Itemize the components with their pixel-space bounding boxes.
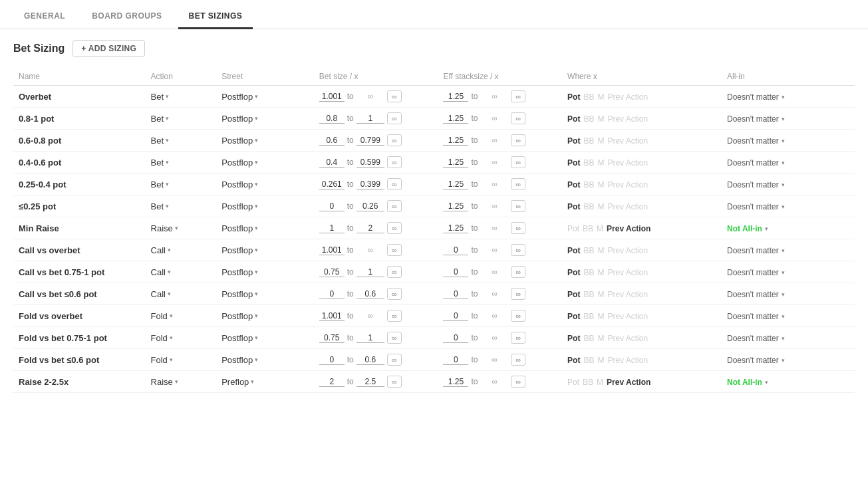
allin-dropdown[interactable]: Doesn't matter ▾ [727,334,785,343]
dropdown-call[interactable]: Call ▾ [151,245,171,255]
infinity-badge[interactable]: ∞ [387,200,402,212]
infinity-badge[interactable]: ∞ [511,310,525,322]
add-sizing-button[interactable]: + ADD SIZING [72,40,145,57]
cell-action[interactable]: Raise ▾ [146,217,217,239]
infinity-badge[interactable]: ∞ [511,222,525,234]
dropdown-postflop[interactable]: Postflop ▾ [221,333,258,343]
wx-m[interactable]: M [597,158,604,168]
dropdown-call[interactable]: Call ▾ [151,289,171,299]
wx-bb[interactable]: BB [583,246,594,255]
allin-dropdown[interactable]: Doesn't matter ▾ [727,158,785,168]
infinity-badge[interactable]: ∞ [387,156,402,168]
wx-prevaction[interactable]: Prev Action [607,268,648,277]
dropdown-fold[interactable]: Fold ▾ [151,355,173,365]
wx-pot[interactable]: Pot [567,356,580,365]
infinity-badge[interactable]: ∞ [511,288,525,300]
wx-m[interactable]: M [597,268,604,277]
wx-bb[interactable]: BB [583,334,594,343]
dropdown-postflop[interactable]: Postflop ▾ [221,245,258,255]
allin-dropdown[interactable]: Not All-in ▾ [727,378,768,387]
wx-pot[interactable]: Pot [567,114,580,124]
cell-action[interactable]: Bet ▾ [146,86,217,108]
infinity-badge[interactable]: ∞ [511,376,525,388]
allin-dropdown[interactable]: Doesn't matter ▾ [727,136,785,146]
dropdown-postflop[interactable]: Postflop ▾ [221,267,258,277]
cell-action[interactable]: Bet ▾ [146,195,217,217]
dropdown-postflop[interactable]: Postflop ▾ [221,201,258,211]
wx-m[interactable]: M [597,246,604,255]
wx-pot[interactable]: Pot [567,246,580,255]
wx-pot[interactable]: Pot [567,136,580,146]
allin-dropdown[interactable]: Doesn't matter ▾ [727,246,785,255]
wx-m[interactable]: M [597,378,603,387]
cell-action[interactable]: Call ▾ [146,283,217,305]
infinity-badge[interactable]: ∞ [387,222,402,234]
wx-pot[interactable]: Pot [567,202,580,211]
dropdown-bet[interactable]: Bet ▾ [151,92,170,102]
infinity-badge[interactable]: ∞ [511,332,525,344]
dropdown-postflop[interactable]: Postflop ▾ [221,223,258,233]
wx-pot[interactable]: Pot [567,312,580,321]
wx-m[interactable]: M [597,356,604,365]
dropdown-call[interactable]: Call ▾ [151,267,171,277]
cell-action[interactable]: Bet ▾ [146,130,217,152]
wx-pot[interactable]: Pot [567,224,579,233]
wx-bb[interactable]: BB [583,114,594,124]
allin-dropdown[interactable]: Doesn't matter ▾ [727,290,785,299]
infinity-badge[interactable]: ∞ [511,178,525,190]
wx-prevaction[interactable]: Prev Action [607,378,651,387]
dropdown-bet[interactable]: Bet ▾ [151,136,170,146]
wx-bb[interactable]: BB [583,136,594,146]
infinity-badge[interactable]: ∞ [387,376,402,388]
wx-bb[interactable]: BB [583,290,594,299]
cell-street[interactable]: Postflop ▾ [216,86,314,108]
infinity-badge[interactable]: ∞ [387,310,402,322]
cell-street[interactable]: Postflop ▾ [216,283,314,305]
dropdown-postflop[interactable]: Postflop ▾ [221,92,258,102]
allin-dropdown[interactable]: Doesn't matter ▾ [727,202,785,211]
infinity-badge[interactable]: ∞ [387,134,402,146]
cell-street[interactable]: Postflop ▾ [216,349,314,371]
allin-dropdown[interactable]: Doesn't matter ▾ [727,180,785,189]
wx-m[interactable]: M [597,290,604,299]
wx-pot[interactable]: Pot [567,92,580,102]
wx-bb[interactable]: BB [583,202,594,211]
wx-prevaction[interactable]: Prev Action [607,246,648,255]
cell-action[interactable]: Bet ▾ [146,174,217,195]
cell-street[interactable]: Postflop ▾ [216,108,314,130]
wx-prevaction[interactable]: Prev Action [607,202,648,211]
cell-action[interactable]: Bet ▾ [146,108,217,130]
cell-street[interactable]: Postflop ▾ [216,327,314,349]
cell-street[interactable]: Postflop ▾ [216,217,314,239]
infinity-badge[interactable]: ∞ [511,266,525,278]
tab-bet-sizings[interactable]: BET SIZINGS [178,5,253,29]
wx-bb[interactable]: BB [583,356,594,365]
cell-action[interactable]: Raise ▾ [146,371,217,393]
infinity-badge[interactable]: ∞ [511,112,525,124]
dropdown-preflop[interactable]: Preflop ▾ [221,377,254,387]
wx-prevaction[interactable]: Prev Action [607,114,648,124]
infinity-badge[interactable]: ∞ [387,90,402,102]
dropdown-raise[interactable]: Raise ▾ [151,223,178,233]
infinity-badge[interactable]: ∞ [387,112,402,124]
wx-prevaction[interactable]: Prev Action [607,312,648,321]
tab-general[interactable]: GENERAL [13,5,76,29]
dropdown-postflop[interactable]: Postflop ▾ [221,289,258,299]
wx-m[interactable]: M [597,180,604,189]
infinity-badge[interactable]: ∞ [387,332,402,344]
cell-street[interactable]: Postflop ▾ [216,174,314,195]
cell-action[interactable]: Fold ▾ [146,349,217,371]
dropdown-bet[interactable]: Bet ▾ [151,114,170,124]
wx-prevaction[interactable]: Prev Action [607,136,648,146]
infinity-badge[interactable]: ∞ [511,90,525,102]
dropdown-raise[interactable]: Raise ▾ [151,377,178,387]
wx-bb[interactable]: BB [583,224,593,233]
wx-pot[interactable]: Pot [567,378,579,387]
infinity-badge[interactable]: ∞ [511,134,525,146]
allin-dropdown[interactable]: Doesn't matter ▾ [727,312,785,321]
wx-prevaction[interactable]: Prev Action [607,92,648,102]
wx-m[interactable]: M [597,92,604,102]
cell-street[interactable]: Postflop ▾ [216,239,314,261]
wx-prevaction[interactable]: Prev Action [607,180,648,189]
wx-bb[interactable]: BB [583,312,594,321]
